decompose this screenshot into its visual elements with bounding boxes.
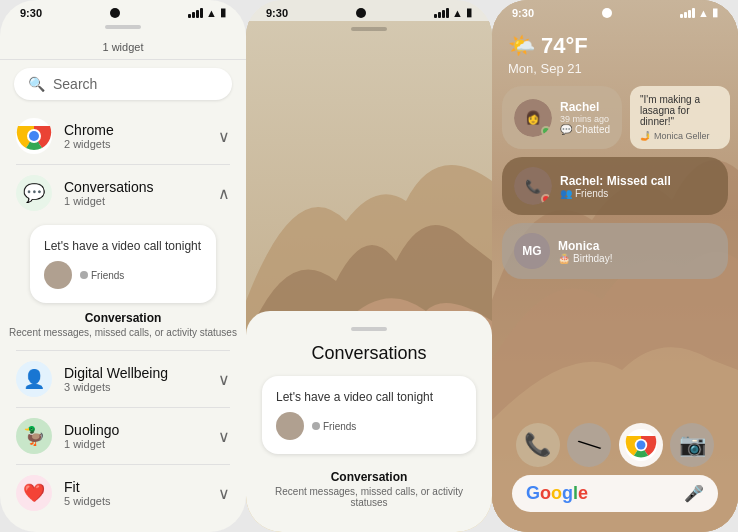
wifi-icon-phone2: ▲	[452, 7, 463, 19]
modal-friends-label: Friends	[323, 421, 356, 432]
phone2-content: Conversations Let's have a video call to…	[246, 21, 492, 532]
modal-widget-message: Let's have a video call tonight	[276, 390, 462, 404]
conversations-widget-preview[interactable]: Let's have a video call tonight Friends	[30, 225, 216, 303]
modal-widget-avatar	[276, 412, 304, 440]
duolingo-app-row[interactable]: 🦆 Duolingo 1 widget ∨	[0, 408, 246, 464]
rachel-missed-info: Rachel: Missed call 👥 Friends	[560, 174, 716, 199]
modal-friends-dot-icon	[312, 422, 320, 430]
friends-dot-icon	[80, 271, 88, 279]
battery-icon-phone2: ▮	[466, 6, 472, 19]
fit-app-row[interactable]: ❤️ Fit 5 widgets ∨	[0, 465, 246, 521]
chrome-dock-icon[interactable]	[619, 423, 663, 467]
phone2-widget-detail: 9:30 ▲ ▮	[246, 0, 492, 532]
rachel-missed-dot	[541, 194, 551, 204]
rachel-info: Rachel 39 mins ago 💬 Chatted	[560, 100, 610, 135]
rachel-conv-card[interactable]: 👩 Rachel 39 mins ago 💬 Chatted	[502, 86, 622, 149]
digitalwellbeing-icon: 👤	[16, 361, 52, 397]
modal-handle	[351, 327, 387, 331]
status-bar-phone1: 9:30 ▲ ▮	[0, 0, 246, 21]
conversations-app-info: Conversations 1 widget	[64, 179, 218, 207]
battery-icon-phone3: ▮	[712, 6, 718, 19]
camera-dot-phone1	[110, 8, 120, 18]
rachel-time: 39 mins ago	[560, 114, 610, 124]
chrome-icon	[16, 118, 52, 154]
duolingo-icon: 🦆	[16, 418, 52, 454]
rachel-missed-card[interactable]: 📞 Rachel: Missed call 👥 Friends	[502, 157, 728, 215]
phone1-widget-picker: 9:30 ▲ ▮ 1 widget 🔍 Search	[0, 0, 246, 532]
modal-title: Conversations	[311, 343, 426, 364]
conv-row-2: 📞 Rachel: Missed call 👥 Friends	[502, 157, 728, 215]
widget-title: Conversation	[0, 311, 246, 325]
bubble-sender-icon: 🤳	[640, 131, 651, 141]
chrome-app-row[interactable]: Chrome 2 widgets ∨	[0, 108, 246, 164]
fit-app-info: Fit 5 widgets	[64, 479, 218, 507]
wifi-icon-phone3: ▲	[698, 7, 709, 19]
rachel-status-text: Chatted	[575, 124, 610, 135]
camera-dot-phone2	[356, 8, 366, 18]
weather-temp: 🌤️ 74°F	[508, 33, 722, 59]
phone2-scroll-indicator	[351, 27, 387, 31]
status-bar-phone2: 9:30 ▲ ▮	[246, 0, 492, 21]
rachel-missed-name: Rachel: Missed call	[560, 174, 716, 188]
time-phone2: 9:30	[266, 7, 288, 19]
monica-avatar-initials: MG	[514, 233, 550, 269]
widget-user-avatar	[44, 261, 72, 289]
signal-bars-phone1	[188, 8, 203, 18]
pen-dock-icon[interactable]: ╲	[567, 423, 611, 467]
duolingo-chevron-icon: ∨	[218, 427, 230, 446]
google-search-bar[interactable]: Google 🎤	[512, 475, 718, 512]
monica-info: Monica 🎂 Birthday!	[558, 239, 716, 264]
friends-label: Friends	[91, 270, 124, 281]
weather-date: Mon, Sep 21	[508, 61, 722, 76]
monica-card[interactable]: MG Monica 🎂 Birthday!	[502, 223, 728, 279]
modal-widget-preview[interactable]: Let's have a video call tonight Friends	[262, 376, 476, 454]
conversations-app-row[interactable]: 💬 Conversations 1 widget ∧	[0, 165, 246, 221]
scroll-indicator-phone1	[105, 25, 141, 29]
widget-message: Let's have a video call tonight	[44, 239, 202, 253]
conversations-chevron-icon: ∧	[218, 184, 230, 203]
fit-app-count: 5 widgets	[64, 495, 218, 507]
bubble-sender-name: Monica Geller	[654, 131, 710, 141]
rachel-status: 💬 Chatted	[560, 124, 610, 135]
rachel-name: Rachel	[560, 100, 610, 114]
svg-point-3	[29, 131, 39, 141]
friends-group-text: Friends	[575, 188, 608, 199]
search-icon: 🔍	[28, 76, 45, 92]
duolingo-app-count: 1 widget	[64, 438, 218, 450]
partial-item-phone1: 1 widget	[0, 35, 246, 60]
widget-desc: Recent messages, missed calls, or activi…	[0, 327, 246, 338]
phone3-homescreen: 9:30 ▲ ▮ 🌤️ 74°F Mon, Sep 21	[492, 0, 738, 532]
conversation-cards: 👩 Rachel 39 mins ago 💬 Chatted	[502, 86, 728, 411]
bubble-text: "I'm making a lasagna for dinner!"	[640, 94, 720, 127]
status-bar-phone3: 9:30 ▲ ▮	[492, 0, 738, 21]
rachel-status-dot	[541, 126, 551, 136]
widget-user-row: Friends	[44, 261, 202, 289]
google-logo: Google	[526, 483, 588, 504]
camera-dot-phone3	[602, 8, 612, 18]
search-bar[interactable]: 🔍 Search	[14, 68, 232, 100]
digitalwellbeing-app-info: Digital Wellbeing 3 widgets	[64, 365, 218, 393]
weather-emoji: 🌤️	[508, 33, 535, 59]
signal-bars-phone3	[680, 8, 695, 18]
speech-bubble: "I'm making a lasagna for dinner!" 🤳 Mon…	[630, 86, 730, 149]
signal-bars-phone2	[434, 8, 449, 18]
time-phone3: 9:30	[512, 7, 534, 19]
chrome-icon-svg	[625, 429, 657, 461]
status-icons-phone3: ▲ ▮	[680, 6, 718, 19]
microphone-icon[interactable]: 🎤	[684, 484, 704, 503]
conversations-app-name: Conversations	[64, 179, 218, 195]
conversations-app-count: 1 widget	[64, 195, 218, 207]
wifi-icon-phone1: ▲	[206, 7, 217, 19]
svg-point-8	[636, 441, 645, 450]
modal-widget-desc: Recent messages, missed calls, or activi…	[262, 486, 476, 508]
chrome-app-count: 2 widgets	[64, 138, 218, 150]
camera-dock-icon[interactable]: 📷	[670, 423, 714, 467]
phone-dock-icon[interactable]: 📞	[516, 423, 560, 467]
duolingo-app-info: Duolingo 1 widget	[64, 422, 218, 450]
search-placeholder: Search	[53, 76, 97, 92]
bottom-dock: 📞 ╲	[502, 417, 728, 522]
phone1-content: 1 widget 🔍 Search	[0, 21, 246, 521]
digitalwellbeing-app-row[interactable]: 👤 Digital Wellbeing 3 widgets ∨	[0, 351, 246, 407]
digitalwellbeing-app-name: Digital Wellbeing	[64, 365, 218, 381]
fit-chevron-icon: ∨	[218, 484, 230, 503]
